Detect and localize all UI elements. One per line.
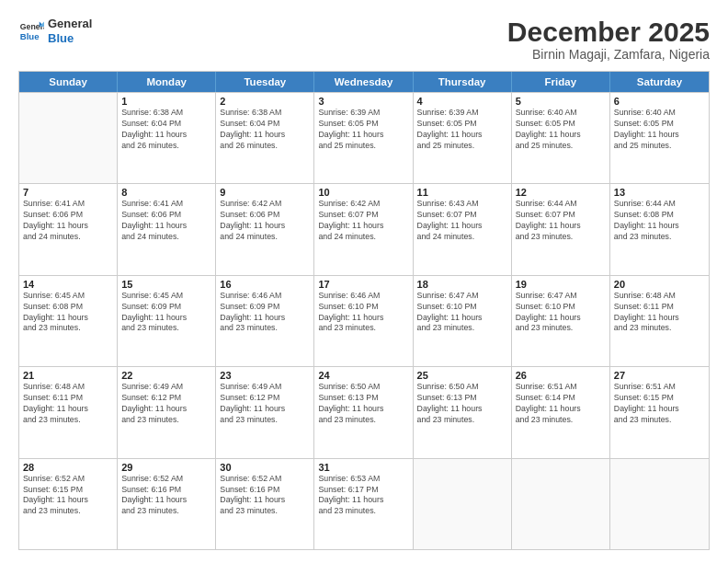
calendar-cell: 19Sunrise: 6:47 AM Sunset: 6:10 PM Dayli…: [512, 276, 610, 366]
day-info: Sunrise: 6:39 AM Sunset: 6:05 PM Dayligh…: [417, 108, 507, 152]
calendar-week-row: 7Sunrise: 6:41 AM Sunset: 6:06 PM Daylig…: [19, 183, 709, 274]
day-info: Sunrise: 6:51 AM Sunset: 6:14 PM Dayligh…: [516, 382, 606, 426]
day-info: Sunrise: 6:50 AM Sunset: 6:13 PM Dayligh…: [318, 382, 408, 426]
day-info: Sunrise: 6:41 AM Sunset: 6:06 PM Dayligh…: [121, 199, 211, 243]
calendar-header-day: Friday: [512, 72, 610, 92]
page-subtitle: Birnin Magaji, Zamfara, Nigeria: [507, 47, 710, 62]
day-number: 17: [318, 279, 408, 290]
day-number: 5: [516, 96, 606, 107]
calendar-cell: 13Sunrise: 6:44 AM Sunset: 6:08 PM Dayli…: [610, 184, 709, 274]
day-number: 28: [23, 462, 113, 473]
calendar-cell: [414, 459, 512, 549]
calendar-cell: 25Sunrise: 6:50 AM Sunset: 6:13 PM Dayli…: [414, 367, 512, 457]
day-number: 13: [614, 187, 705, 198]
day-info: Sunrise: 6:43 AM Sunset: 6:07 PM Dayligh…: [417, 199, 507, 243]
day-number: 16: [220, 279, 310, 290]
logo-general: General: [48, 17, 92, 31]
calendar-week-row: 28Sunrise: 6:52 AM Sunset: 6:15 PM Dayli…: [19, 458, 709, 549]
calendar-cell: 10Sunrise: 6:42 AM Sunset: 6:07 PM Dayli…: [314, 184, 413, 274]
calendar-cell: 14Sunrise: 6:45 AM Sunset: 6:08 PM Dayli…: [19, 276, 118, 366]
calendar-cell: 3Sunrise: 6:39 AM Sunset: 6:05 PM Daylig…: [314, 93, 413, 183]
calendar-cell: 27Sunrise: 6:51 AM Sunset: 6:15 PM Dayli…: [610, 367, 709, 457]
calendar-week-row: 21Sunrise: 6:48 AM Sunset: 6:11 PM Dayli…: [19, 366, 709, 457]
day-number: 27: [614, 370, 705, 381]
calendar-cell: 26Sunrise: 6:51 AM Sunset: 6:14 PM Dayli…: [512, 367, 610, 457]
day-number: 2: [220, 96, 310, 107]
day-info: Sunrise: 6:39 AM Sunset: 6:05 PM Dayligh…: [318, 108, 408, 152]
day-number: 3: [318, 96, 408, 107]
calendar-cell: 29Sunrise: 6:52 AM Sunset: 6:16 PM Dayli…: [118, 459, 216, 549]
calendar-cell: 30Sunrise: 6:52 AM Sunset: 6:16 PM Dayli…: [216, 459, 314, 549]
day-info: Sunrise: 6:41 AM Sunset: 6:06 PM Dayligh…: [23, 199, 113, 243]
calendar-cell: 8Sunrise: 6:41 AM Sunset: 6:06 PM Daylig…: [118, 184, 216, 274]
calendar-week-row: 1Sunrise: 6:38 AM Sunset: 6:04 PM Daylig…: [19, 92, 709, 183]
calendar-cell: [19, 93, 118, 183]
day-number: 24: [318, 370, 408, 381]
calendar-header-day: Saturday: [610, 72, 709, 92]
day-info: Sunrise: 6:44 AM Sunset: 6:08 PM Dayligh…: [614, 199, 705, 243]
calendar-body: 1Sunrise: 6:38 AM Sunset: 6:04 PM Daylig…: [19, 92, 709, 549]
calendar-week-row: 14Sunrise: 6:45 AM Sunset: 6:08 PM Dayli…: [19, 275, 709, 366]
day-info: Sunrise: 6:38 AM Sunset: 6:04 PM Dayligh…: [121, 108, 211, 152]
day-number: 4: [417, 96, 507, 107]
day-info: Sunrise: 6:48 AM Sunset: 6:11 PM Dayligh…: [23, 382, 113, 426]
day-number: 18: [417, 279, 507, 290]
calendar-header-day: Sunday: [19, 72, 118, 92]
calendar-cell: [512, 459, 610, 549]
page-title: December 2025: [507, 17, 710, 47]
day-number: 14: [23, 279, 113, 290]
logo-blue: Blue: [48, 31, 92, 46]
calendar-cell: 18Sunrise: 6:47 AM Sunset: 6:10 PM Dayli…: [414, 276, 512, 366]
title-block: December 2025 Birnin Magaji, Zamfara, Ni…: [507, 17, 710, 62]
logo: General Blue General Blue: [18, 17, 92, 45]
day-info: Sunrise: 6:53 AM Sunset: 6:17 PM Dayligh…: [318, 474, 408, 518]
day-info: Sunrise: 6:40 AM Sunset: 6:05 PM Dayligh…: [516, 108, 606, 152]
day-number: 30: [220, 462, 310, 473]
calendar-header: SundayMondayTuesdayWednesdayThursdayFrid…: [19, 72, 709, 92]
day-info: Sunrise: 6:42 AM Sunset: 6:07 PM Dayligh…: [318, 199, 408, 243]
calendar-cell: 9Sunrise: 6:42 AM Sunset: 6:06 PM Daylig…: [216, 184, 314, 274]
page: General Blue General Blue December 2025 …: [0, 0, 728, 563]
day-info: Sunrise: 6:46 AM Sunset: 6:10 PM Dayligh…: [318, 291, 408, 335]
day-number: 12: [516, 187, 606, 198]
calendar-cell: 1Sunrise: 6:38 AM Sunset: 6:04 PM Daylig…: [118, 93, 216, 183]
calendar-cell: 31Sunrise: 6:53 AM Sunset: 6:17 PM Dayli…: [314, 459, 413, 549]
day-info: Sunrise: 6:45 AM Sunset: 6:09 PM Dayligh…: [121, 291, 211, 335]
calendar-header-day: Wednesday: [314, 72, 413, 92]
calendar-header-day: Tuesday: [216, 72, 314, 92]
day-info: Sunrise: 6:38 AM Sunset: 6:04 PM Dayligh…: [220, 108, 310, 152]
day-info: Sunrise: 6:47 AM Sunset: 6:10 PM Dayligh…: [417, 291, 507, 335]
day-number: 11: [417, 187, 507, 198]
day-info: Sunrise: 6:52 AM Sunset: 6:16 PM Dayligh…: [121, 474, 211, 518]
day-number: 19: [516, 279, 606, 290]
day-info: Sunrise: 6:50 AM Sunset: 6:13 PM Dayligh…: [417, 382, 507, 426]
day-number: 9: [220, 187, 310, 198]
day-number: 8: [121, 187, 211, 198]
day-info: Sunrise: 6:52 AM Sunset: 6:16 PM Dayligh…: [220, 474, 310, 518]
day-number: 1: [121, 96, 211, 107]
calendar-cell: 6Sunrise: 6:40 AM Sunset: 6:05 PM Daylig…: [610, 93, 709, 183]
day-number: 7: [23, 187, 113, 198]
calendar-cell: 28Sunrise: 6:52 AM Sunset: 6:15 PM Dayli…: [19, 459, 118, 549]
day-info: Sunrise: 6:51 AM Sunset: 6:15 PM Dayligh…: [614, 382, 705, 426]
calendar-cell: 23Sunrise: 6:49 AM Sunset: 6:12 PM Dayli…: [216, 367, 314, 457]
calendar-cell: 4Sunrise: 6:39 AM Sunset: 6:05 PM Daylig…: [414, 93, 512, 183]
calendar-header-day: Thursday: [414, 72, 512, 92]
day-info: Sunrise: 6:42 AM Sunset: 6:06 PM Dayligh…: [220, 199, 310, 243]
day-info: Sunrise: 6:49 AM Sunset: 6:12 PM Dayligh…: [121, 382, 211, 426]
day-number: 21: [23, 370, 113, 381]
day-number: 23: [220, 370, 310, 381]
calendar-cell: 17Sunrise: 6:46 AM Sunset: 6:10 PM Dayli…: [314, 276, 413, 366]
day-number: 10: [318, 187, 408, 198]
day-info: Sunrise: 6:52 AM Sunset: 6:15 PM Dayligh…: [23, 474, 113, 518]
day-info: Sunrise: 6:45 AM Sunset: 6:08 PM Dayligh…: [23, 291, 113, 335]
day-info: Sunrise: 6:44 AM Sunset: 6:07 PM Dayligh…: [516, 199, 606, 243]
calendar-header-day: Monday: [118, 72, 216, 92]
calendar-cell: 11Sunrise: 6:43 AM Sunset: 6:07 PM Dayli…: [414, 184, 512, 274]
calendar: SundayMondayTuesdayWednesdayThursdayFrid…: [18, 71, 710, 550]
calendar-cell: 5Sunrise: 6:40 AM Sunset: 6:05 PM Daylig…: [512, 93, 610, 183]
day-number: 25: [417, 370, 507, 381]
calendar-cell: 15Sunrise: 6:45 AM Sunset: 6:09 PM Dayli…: [118, 276, 216, 366]
day-number: 15: [121, 279, 211, 290]
logo-icon: General Blue: [18, 18, 44, 44]
